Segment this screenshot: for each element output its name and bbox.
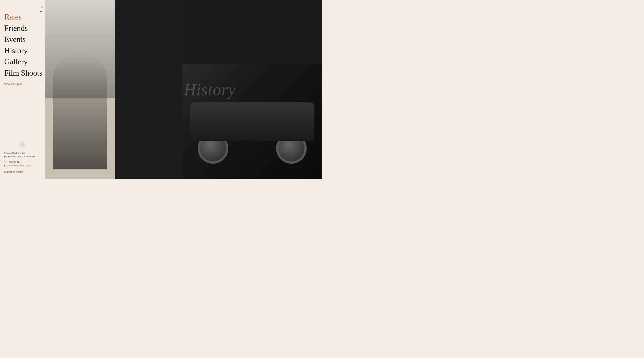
phone-number: T: (401) 683-4177 — [4, 160, 41, 164]
contact-block: T: (401) 683-4177 E: glenmanor@morins.co… — [4, 160, 45, 168]
active-indicator-dot — [40, 11, 42, 13]
nav-item-gallery[interactable]: Gallery — [4, 56, 45, 67]
svg-marker-6 — [22, 141, 23, 143]
main-navigation: Rates Friends Events History Gallery Fil… — [4, 12, 45, 78]
address-line1: 3 Frank Coelho Drive — [4, 151, 41, 155]
sidebar: × Rates Friends Events History Gallery F… — [0, 0, 45, 179]
view-floor-plan-link[interactable]: View floor plan — [4, 83, 45, 86]
submit-inquiry-link[interactable]: Submit an inquiry — [4, 170, 45, 173]
nav-item-events[interactable]: Events — [4, 34, 45, 45]
svg-marker-7 — [22, 147, 23, 148]
car-body — [190, 102, 314, 141]
nav-item-history[interactable]: History — [4, 45, 45, 56]
close-button[interactable]: × — [39, 4, 45, 10]
divider-line — [4, 138, 41, 138]
svg-marker-9 — [24, 144, 26, 145]
nav-item-friends[interactable]: Friends — [4, 23, 45, 34]
email-address: E: glenmanor@morins.com — [4, 164, 41, 168]
address-block: 3 Frank Coelho Drive Portsmouth, Rhode I… — [4, 151, 45, 158]
ornament-decoration — [4, 141, 45, 149]
svg-marker-8 — [19, 144, 21, 145]
sidebar-footer: 3 Frank Coelho Drive Portsmouth, Rhode I… — [4, 138, 45, 173]
nav-item-film-shoots[interactable]: Film Shoots — [4, 68, 45, 79]
history-overlay-text: d History — [182, 80, 236, 99]
vintage-car-panel: d History — [182, 0, 322, 179]
nav-item-rates[interactable]: Rates — [4, 12, 45, 23]
couple-silhouette — [53, 55, 107, 169]
wedding-photo-panel — [45, 0, 115, 179]
address-line2: Portsmouth, Rhode Island 02871 — [4, 155, 41, 158]
ornament-icon — [19, 141, 26, 149]
